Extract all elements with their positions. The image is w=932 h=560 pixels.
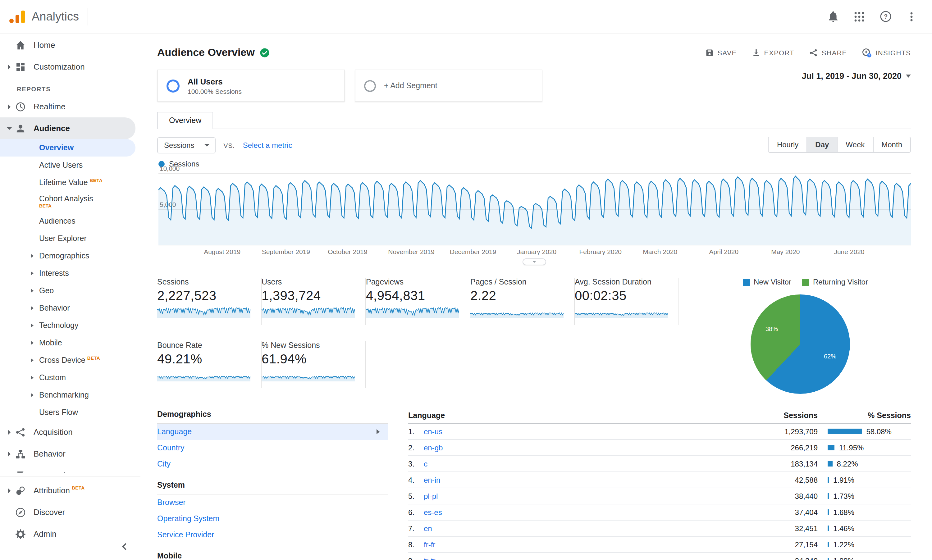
row-percent: 1.73% (833, 492, 854, 500)
panel-item-service-provider[interactable]: Service Provider (157, 527, 388, 543)
percent-bar (827, 461, 833, 466)
sidebar-item-users-flow[interactable]: Users Flow (0, 404, 140, 421)
sidebar-item-audience[interactable]: Audience (0, 117, 135, 139)
sidebar-item-geo[interactable]: Geo (0, 282, 140, 299)
sidebar-item-home[interactable]: Home (0, 34, 140, 56)
sidebar-item-interests[interactable]: Interests (0, 265, 140, 282)
behavior-icon (15, 448, 26, 459)
page-title: Audience Overview (157, 46, 255, 59)
sidebar-item-technology[interactable]: Technology (0, 317, 140, 334)
chevron-down-icon (7, 127, 12, 129)
panel-item-browser[interactable]: Browser (157, 494, 388, 511)
notifications-button[interactable] (823, 6, 844, 27)
sidebar-item-customization[interactable]: Customization (0, 56, 140, 78)
row-sessions: 38,440 (749, 492, 818, 500)
panel-item-city[interactable]: City (157, 456, 388, 472)
metric-dropdown[interactable]: Sessions (157, 137, 215, 153)
granularity-week[interactable]: Week (837, 137, 873, 152)
tab-overview[interactable]: Overview (157, 112, 213, 129)
top-bar: Analytics ? (0, 0, 932, 34)
clock-icon (15, 101, 26, 112)
metric-users[interactable]: Users 1,393,724 (261, 278, 366, 325)
sidebar-item-audiences[interactable]: Audiences (0, 212, 140, 230)
sidebar-item-cohort-analysis[interactable]: Cohort AnalysisBETA (0, 191, 140, 212)
percent-bar (827, 526, 829, 531)
sidebar-collapse-button[interactable] (115, 538, 133, 555)
metric-new-sessions[interactable]: % New Sessions 61.94% (261, 341, 366, 388)
language-link[interactable]: en (424, 524, 749, 533)
segment-all-users[interactable]: All Users 100.00% Sessions (157, 69, 345, 102)
vs-label: VS. (223, 141, 235, 149)
row-sessions: 1,293,709 (749, 427, 818, 436)
sidebar-item-behavior[interactable]: Behavior (0, 443, 140, 465)
sessions-line-chart[interactable]: 10,000 5,000 (158, 173, 911, 245)
sidebar-item-custom[interactable]: Custom (0, 369, 140, 386)
row-percent: 1.09% (833, 556, 854, 560)
language-link[interactable]: tr-tr (424, 556, 749, 560)
sidebar-item-lifetime-value[interactable]: Lifetime ValueBETA (0, 174, 140, 191)
more-options-button[interactable] (901, 6, 922, 27)
share-button[interactable]: SHARE (809, 48, 847, 57)
chevron-right-icon (8, 64, 11, 69)
sidebar-item-demographics[interactable]: Demographics (0, 247, 140, 265)
x-axis-label: January 2020 (517, 248, 557, 255)
verified-check-icon[interactable] (260, 48, 270, 58)
metric-bounce-rate[interactable]: Bounce Rate 49.21% (157, 341, 261, 388)
table-row: 9. tr-tr 24,240 1.09% (408, 553, 911, 560)
x-axis-label: August 2019 (204, 248, 240, 255)
row-sessions: 183,134 (749, 459, 818, 468)
language-link[interactable]: en-in (424, 475, 749, 484)
sidebar-item-user-explorer[interactable]: User Explorer (0, 230, 140, 247)
add-segment-button[interactable]: + Add Segment (355, 69, 543, 102)
metric-avg-session-duration[interactable]: Avg. Session Duration 00:02:35 (575, 278, 679, 325)
row-percent: 8.22% (837, 459, 858, 468)
row-rank: 2. (408, 443, 424, 452)
annotations-toggle[interactable] (522, 258, 546, 265)
sidebar-item-attribution[interactable]: Attribution BETA (0, 480, 140, 501)
segment-bar: All Users 100.00% Sessions + Add Segment… (157, 69, 911, 103)
chevron-right-icon (8, 451, 11, 456)
language-link[interactable]: en-us (424, 427, 749, 436)
sidebar-item-active-users[interactable]: Active Users (0, 157, 140, 174)
sidebar-item-acquisition[interactable]: Acquisition (0, 421, 140, 443)
chevron-right-icon (31, 393, 34, 397)
apps-menu-button[interactable] (849, 6, 870, 27)
select-metric-link[interactable]: Select a metric (243, 141, 292, 149)
analytics-home-link[interactable]: Analytics (9, 8, 88, 25)
sidebar-item-conversions-partial[interactable]: Conversions (0, 465, 140, 473)
panel-item-language[interactable]: Language (157, 424, 388, 440)
panel-item-country[interactable]: Country (157, 440, 388, 456)
language-link[interactable]: pl-pl (424, 492, 749, 500)
metric-pageviews[interactable]: Pageviews 4,954,831 (366, 278, 471, 325)
insights-button[interactable]: ? INSIGHTS (862, 48, 911, 58)
metric-sessions[interactable]: Sessions 2,227,523 (157, 278, 261, 325)
share-icon (809, 48, 818, 57)
sidebar-item-overview[interactable]: Overview (0, 139, 135, 157)
flag-icon (15, 470, 26, 473)
metric-pages-per-session[interactable]: Pages / Session 2.22 (471, 278, 575, 325)
granularity-day[interactable]: Day (806, 137, 837, 152)
chevron-right-icon (31, 289, 34, 292)
help-button[interactable]: ? (875, 6, 896, 27)
sidebar-item-discover[interactable]: Discover (0, 501, 140, 523)
language-link[interactable]: en-gb (424, 443, 749, 452)
save-button[interactable]: SAVE (705, 48, 737, 57)
granularity-hourly[interactable]: Hourly (769, 137, 806, 152)
customization-icon (15, 61, 26, 72)
sessions-chart-block: Sessions 10,000 5,000 August 2019Septemb… (157, 160, 911, 265)
demographics-panel: Demographics Language Country City Syste… (157, 408, 388, 560)
language-link[interactable]: es-es (424, 508, 749, 517)
sidebar-item-realtime[interactable]: Realtime (0, 96, 140, 117)
panel-item-operating-system[interactable]: Operating System (157, 511, 388, 527)
sidebar-item-mobile[interactable]: Mobile (0, 334, 140, 352)
chart-controls: Sessions VS. Select a metric Hourly Day … (157, 137, 911, 154)
language-link[interactable]: c (424, 459, 749, 468)
sidebar-item-behavior-sub[interactable]: Behavior (0, 299, 140, 317)
date-range-selector[interactable]: Jul 1, 2019 - Jun 30, 2020 (802, 71, 911, 81)
granularity-month[interactable]: Month (873, 137, 910, 152)
language-link[interactable]: fr-fr (424, 540, 749, 549)
sidebar-item-benchmarking[interactable]: Benchmarking (0, 386, 140, 404)
export-button[interactable]: EXPORT (752, 48, 794, 57)
sidebar-item-cross-device[interactable]: Cross DeviceBETA (0, 352, 140, 369)
visitor-pie-chart[interactable]: 62% 38% (751, 294, 850, 394)
